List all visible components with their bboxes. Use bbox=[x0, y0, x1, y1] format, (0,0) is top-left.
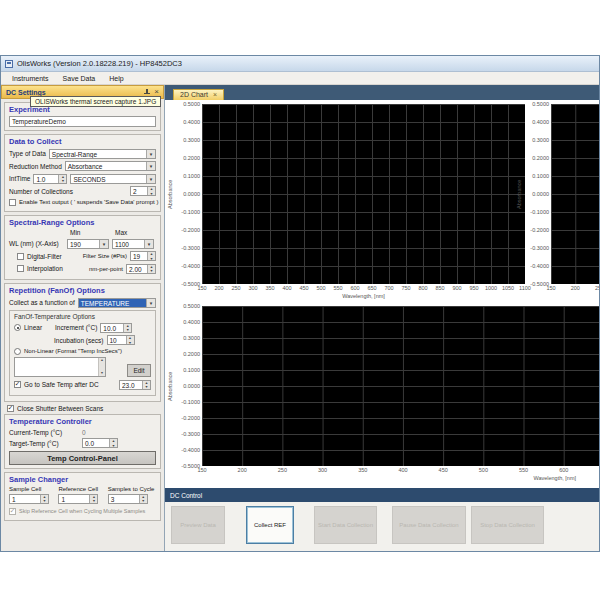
x-tick: 550 bbox=[519, 467, 528, 473]
spinner-arrows-icon[interactable]: ▲▼ bbox=[40, 495, 48, 503]
linear-radio[interactable] bbox=[14, 324, 21, 331]
chevron-down-icon[interactable]: ▾ bbox=[146, 150, 155, 158]
reference-cell-spinner[interactable]: 1 ▲▼ bbox=[58, 494, 98, 504]
plot-area[interactable] bbox=[202, 104, 525, 284]
spinner-arrows-icon[interactable]: ▲▼ bbox=[123, 324, 131, 332]
y-tick: 0.5000 bbox=[183, 303, 200, 309]
chevron-down-icon[interactable]: ▾ bbox=[146, 162, 155, 170]
incubation-value: 10 bbox=[108, 336, 126, 344]
sample-cell-value: 1 bbox=[10, 495, 40, 503]
spinner-arrows-icon[interactable]: ▲▼ bbox=[147, 265, 155, 273]
y-tick: -0.3000 bbox=[181, 245, 200, 251]
dc-control-panel: DC Control Preview DataCollect REFStart … bbox=[165, 488, 599, 551]
interpolation-checkbox[interactable] bbox=[17, 265, 24, 272]
x-tick: 150 bbox=[546, 285, 555, 291]
reduction-method-value: Absorbance bbox=[66, 162, 146, 170]
edit-button[interactable]: Edit bbox=[127, 364, 151, 377]
x-tick: 600 bbox=[559, 467, 568, 473]
spinner-arrows-icon[interactable]: ▲▼ bbox=[89, 495, 97, 503]
spinner-arrows-icon[interactable]: ▲▼ bbox=[126, 336, 134, 344]
spinner-arrows-icon[interactable]: ▲▼ bbox=[139, 495, 147, 503]
plot-area[interactable] bbox=[202, 306, 599, 466]
pin-icon[interactable] bbox=[143, 88, 150, 96]
spinner-arrows-icon[interactable]: ▲▼ bbox=[58, 175, 66, 183]
sample-cell-spinner[interactable]: 1 ▲▼ bbox=[9, 494, 49, 504]
data-to-collect-heading: Data to Collect bbox=[9, 137, 156, 146]
tab-close-icon[interactable]: × bbox=[213, 92, 217, 98]
collect-fn-combo[interactable]: TEMPERATURE ▾ bbox=[78, 298, 156, 308]
collections-spinner[interactable]: 2 ▲▼ bbox=[130, 186, 156, 196]
close-shutter-checkbox[interactable] bbox=[7, 405, 14, 412]
menu-item-instruments[interactable]: Instruments bbox=[5, 75, 56, 82]
x-tick: 450 bbox=[439, 467, 448, 473]
chevron-down-icon[interactable]: ▾ bbox=[99, 240, 108, 248]
app-icon bbox=[5, 60, 13, 68]
increment-value: 10.0 bbox=[101, 324, 123, 332]
chevron-down-icon[interactable]: ▾ bbox=[144, 240, 153, 248]
inttime-value: 1.0 bbox=[34, 175, 58, 183]
x-axis-label: Wavelength, [nm] bbox=[202, 475, 599, 484]
spinner-arrows-icon[interactable]: ▲▼ bbox=[142, 381, 150, 389]
x-tick: 1000 bbox=[485, 285, 497, 291]
nm-per-point-spinner[interactable]: 2.00 ▲▼ bbox=[126, 264, 156, 274]
spinner-arrows-icon[interactable]: ▲▼ bbox=[109, 439, 117, 447]
temperature-controller-heading: Temperature Controller bbox=[9, 417, 156, 426]
temp-control-panel-button[interactable]: Temp Control-Panel bbox=[9, 451, 156, 465]
x-tick: 900 bbox=[452, 285, 461, 291]
filter-size-spinner[interactable]: 19 ▲▼ bbox=[130, 251, 156, 261]
nonlinear-radio[interactable] bbox=[14, 348, 21, 355]
spinner-arrows-icon[interactable]: ▲▼ bbox=[147, 187, 155, 195]
x-tick: 500 bbox=[479, 467, 488, 473]
wl-min-combo[interactable]: 190 ▾ bbox=[67, 239, 109, 249]
menu-item-help[interactable]: Help bbox=[102, 75, 130, 82]
reduction-method-combo[interactable]: Absorbance ▾ bbox=[65, 161, 156, 171]
x-tick: 300 bbox=[318, 467, 327, 473]
text-output-label: Enable Text output ( ' suspends 'Save Da… bbox=[19, 199, 158, 205]
x-axis-ticks: 1502002503003504004505005506006507007508… bbox=[202, 284, 525, 293]
skip-reference-checkbox bbox=[9, 508, 16, 515]
sample-changer-section: Sample Changer Sample Cell 1 ▲▼ Referenc… bbox=[4, 472, 161, 522]
inttime-spinner[interactable]: 1.0 ▲▼ bbox=[33, 174, 67, 184]
text-output-checkbox[interactable] bbox=[9, 199, 16, 206]
plot-area[interactable] bbox=[551, 104, 599, 284]
samples-to-cycle-spinner[interactable]: 3 ▲▼ bbox=[108, 494, 148, 504]
menu-bar: InstrumentsSave DataHelp bbox=[1, 72, 599, 85]
safe-temp-spinner[interactable]: 23.0 ▲▼ bbox=[119, 380, 151, 390]
incubation-spinner[interactable]: 10 ▲▼ bbox=[107, 335, 135, 345]
y-tick: 0.5000 bbox=[532, 101, 549, 107]
wl-max-combo[interactable]: 1100 ▾ bbox=[112, 239, 154, 249]
chevron-down-icon[interactable]: ▾ bbox=[146, 175, 155, 183]
x-tick: 1050 bbox=[502, 285, 514, 291]
x-tick: 650 bbox=[367, 285, 376, 291]
x-axis-label: Wavelength, [nm] bbox=[202, 293, 525, 302]
nonlinear-listbox[interactable]: ▲▼ bbox=[14, 357, 106, 377]
increment-spinner[interactable]: 10.0 ▲▼ bbox=[100, 323, 132, 333]
x-axis-ticks: 1502002503003504004505005506006507007508… bbox=[551, 284, 599, 293]
scrollbar[interactable]: ▲▼ bbox=[98, 358, 105, 376]
type-of-data-combo[interactable]: Spectral-Range ▾ bbox=[49, 149, 156, 159]
experiment-input[interactable]: TemperatureDemo bbox=[9, 116, 156, 127]
wl-max-value: 1100 bbox=[113, 240, 144, 248]
reference-cell-value: 1 bbox=[59, 495, 89, 503]
x-tick: 450 bbox=[299, 285, 308, 291]
x-tick: 400 bbox=[282, 285, 291, 291]
x-tick: 150 bbox=[197, 467, 206, 473]
collections-label: Number of Collections bbox=[9, 188, 127, 195]
y-tick: 0.2000 bbox=[183, 155, 200, 161]
menu-item-save-data[interactable]: Save Data bbox=[56, 75, 103, 82]
dc-button-collect-ref[interactable]: Collect REF bbox=[246, 506, 294, 544]
wl-label: WL (nm) (X-Axis) bbox=[9, 240, 64, 247]
tab-2d-chart[interactable]: 2D Chart × bbox=[173, 89, 224, 100]
y-tick: -0.2000 bbox=[181, 227, 200, 233]
x-tick: 700 bbox=[384, 285, 393, 291]
target-temp-value: 0.0 bbox=[83, 439, 109, 447]
reference-cell-label: Reference Cell bbox=[58, 486, 102, 492]
dc-button-start-data-collection: Start Data Collection bbox=[314, 506, 377, 544]
close-icon[interactable]: × bbox=[154, 88, 159, 96]
inttime-units-combo[interactable]: SECONDS ▾ bbox=[70, 174, 156, 184]
digital-filter-checkbox[interactable] bbox=[17, 253, 24, 260]
chevron-down-icon[interactable]: ▾ bbox=[146, 299, 155, 307]
safe-temp-checkbox[interactable] bbox=[14, 381, 21, 388]
target-temp-spinner[interactable]: 0.0 ▲▼ bbox=[82, 438, 118, 448]
spinner-arrows-icon[interactable]: ▲▼ bbox=[147, 252, 155, 260]
